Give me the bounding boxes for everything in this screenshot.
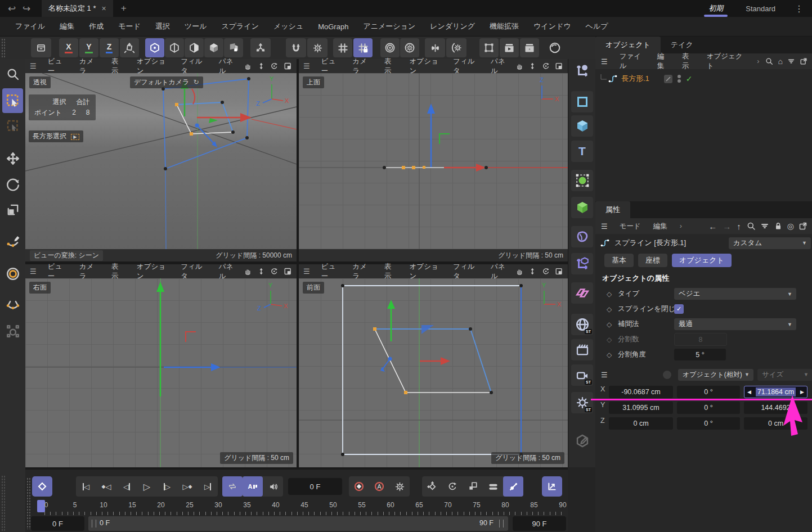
- back-icon[interactable]: ←: [708, 222, 717, 231]
- edit-object-button[interactable]: [571, 430, 593, 452]
- rectangle-spline-button[interactable]: [571, 91, 593, 112]
- dolly-view-icon[interactable]: [528, 61, 536, 71]
- pan-view-icon[interactable]: [244, 61, 252, 71]
- render-region-frame-button[interactable]: [479, 38, 499, 57]
- kebab-menu-icon[interactable]: ⋮: [795, 3, 804, 14]
- camera-label-badge[interactable]: デフォルトカメラ ↻: [130, 76, 203, 88]
- range-left-grip[interactable]: [92, 520, 96, 528]
- home-icon[interactable]: ⌂: [778, 57, 782, 66]
- range-right-grip[interactable]: [499, 520, 504, 528]
- new-tab-button[interactable]: +: [121, 3, 127, 14]
- panel-menu-icon[interactable]: ☰: [601, 371, 608, 379]
- om-menu-edit[interactable]: 編集: [651, 52, 676, 71]
- perspective-canvas[interactable]: Y Z X 透視 デフォルトカメラ ↻ 選択 合計 ポイント 2 8 長方形選: [25, 73, 297, 249]
- cage-deformer-button[interactable]: [2, 321, 23, 341]
- search-icon[interactable]: [747, 222, 756, 231]
- metaball-button[interactable]: [571, 226, 593, 247]
- om-menu-view[interactable]: 表示: [676, 52, 701, 71]
- size-mode-dropdown[interactable]: サイズ ▼: [757, 369, 812, 381]
- maximize-view-icon[interactable]: [284, 61, 291, 71]
- menu-mograph[interactable]: MoGraph: [311, 22, 356, 31]
- keyframe-diamond-icon[interactable]: ◇: [607, 351, 612, 359]
- menu-window[interactable]: ウインドウ: [526, 21, 578, 31]
- polygons-mode-button[interactable]: [185, 38, 204, 57]
- forward-icon[interactable]: →: [723, 222, 731, 231]
- rotate-view-icon[interactable]: [270, 61, 278, 71]
- selected-point[interactable]: [404, 391, 407, 394]
- toolbar-grip[interactable]: [1, 38, 5, 57]
- coordinate-system-button[interactable]: [120, 38, 139, 57]
- preview-range-slider[interactable]: 0 F 90 F: [88, 516, 508, 531]
- record-dot-icon[interactable]: [663, 371, 671, 379]
- texture-mode-button[interactable]: [224, 38, 243, 57]
- menu-mode[interactable]: モード: [111, 21, 148, 31]
- current-frame-field[interactable]: 0 F: [288, 478, 342, 495]
- spline-rectangle-outline[interactable]: [343, 286, 521, 454]
- scale-tool-button[interactable]: [2, 199, 23, 220]
- key-position-toggle[interactable]: [422, 476, 442, 497]
- cube-primitive-button[interactable]: [571, 115, 593, 137]
- autokeying-toggle[interactable]: A: [369, 476, 389, 497]
- menu-edit[interactable]: 編集: [52, 21, 82, 31]
- enable-check-icon[interactable]: ✓: [686, 74, 693, 83]
- key-parameter-toggle[interactable]: [483, 476, 503, 497]
- layout-tab-standard[interactable]: Standard: [746, 4, 775, 13]
- enable-axis-button[interactable]: [250, 38, 271, 57]
- loop-playback-toggle[interactable]: [222, 476, 243, 497]
- menu-create[interactable]: 作成: [82, 21, 111, 31]
- view-name-badge[interactable]: 右面: [29, 282, 51, 294]
- snap-settings-button[interactable]: [307, 38, 328, 57]
- interpolation-dropdown[interactable]: 最適 ▼: [674, 318, 796, 330]
- workplane-lock-button[interactable]: [353, 38, 373, 57]
- menu-render[interactable]: レンダリング: [423, 21, 482, 31]
- go-to-end-button[interactable]: ▷: [198, 476, 218, 497]
- om-menu-file[interactable]: ファイル: [613, 52, 651, 71]
- axis-lock-y-button[interactable]: Y: [79, 38, 98, 57]
- selected-point[interactable]: [175, 103, 178, 106]
- previous-frame-button[interactable]: ◁: [116, 476, 137, 497]
- object-row-rectangle[interactable]: 長方形.1 ✓: [595, 71, 812, 86]
- maximize-view-icon[interactable]: [284, 267, 291, 276]
- move-tool-button[interactable]: [2, 148, 23, 169]
- view-name-badge[interactable]: 透視: [29, 76, 51, 88]
- timeline-editor-button[interactable]: [542, 476, 562, 497]
- panel-menu-icon[interactable]: ☰: [601, 57, 608, 66]
- edges-mode-button[interactable]: [165, 38, 184, 57]
- rotate-view-icon[interactable]: [542, 267, 550, 276]
- spline-point[interactable]: [341, 453, 344, 456]
- pen-spline-tool-button[interactable]: [2, 231, 23, 251]
- maximize-view-icon[interactable]: [555, 61, 563, 71]
- selected-point[interactable]: [412, 166, 415, 169]
- key-pla-toggle[interactable]: [503, 476, 523, 497]
- light-object-button[interactable]: ST: [571, 392, 593, 413]
- right-canvas[interactable]: Y Z X 右面 グリッド間隔 : 50 cm: [25, 278, 297, 467]
- tab-basic[interactable]: 基本: [604, 254, 634, 267]
- y-rotation-field[interactable]: 0 °: [677, 402, 740, 414]
- menu-extensions[interactable]: 機能拡張: [482, 21, 526, 31]
- undo-icon[interactable]: ↩: [5, 1, 19, 16]
- stage-object-button[interactable]: [571, 339, 593, 360]
- close-spline-checkbox[interactable]: ✓: [674, 304, 684, 314]
- spline-point[interactable]: [519, 284, 523, 287]
- arc-spline-tool-button[interactable]: [2, 294, 23, 314]
- z-rotation-field[interactable]: 0 °: [677, 417, 740, 430]
- tab-object[interactable]: オブジェクト: [672, 254, 732, 267]
- front-canvas[interactable]: Y X 前面 グリッド間隔 : 50 cm: [299, 278, 568, 467]
- record-active-objects-button[interactable]: [349, 476, 369, 497]
- menu-file[interactable]: ファイル: [8, 21, 52, 31]
- volume-builder-button[interactable]: [571, 197, 593, 218]
- viewport-menu-icon[interactable]: ☰: [299, 267, 315, 276]
- spline-point[interactable]: [490, 391, 493, 394]
- points-mode-button[interactable]: [145, 38, 164, 57]
- content-browser-button[interactable]: [31, 38, 51, 57]
- external-window-icon[interactable]: [800, 57, 807, 66]
- interactive-render-region-button[interactable]: [380, 38, 400, 57]
- find-tool-button[interactable]: [2, 64, 23, 84]
- render-view-button[interactable]: [500, 38, 519, 57]
- pan-view-icon[interactable]: [515, 267, 523, 276]
- axis-lock-x-button[interactable]: X: [59, 38, 78, 57]
- keying-settings-button[interactable]: [389, 476, 410, 497]
- key-scale-toggle[interactable]: [463, 476, 483, 497]
- om-menu-objects[interactable]: オブジェクト: [701, 52, 751, 71]
- rotate-tool-button[interactable]: [2, 173, 23, 194]
